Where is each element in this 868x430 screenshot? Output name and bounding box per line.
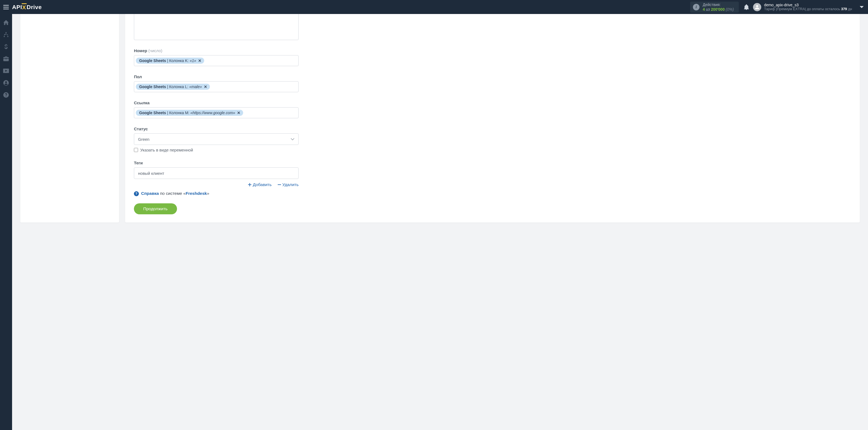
user-menu[interactable]: demo_apix-drive_s3 Тариф |Премиум EXTRA|… [753, 3, 866, 11]
number-token-value: «1» [190, 58, 196, 63]
remaining-days: 379 [841, 7, 847, 11]
add-tag-button[interactable]: Добавить [248, 182, 272, 187]
link-token-source: Google Sheets [139, 111, 166, 115]
help-row: ? Справка по системе «Freshdesk» [134, 191, 851, 196]
sidebar-help[interactable] [0, 90, 12, 100]
tags-input[interactable] [134, 167, 299, 179]
avatar [753, 3, 761, 11]
link-token-value: «https://www.google.com» [190, 111, 235, 115]
field-link: Ссылка Google Sheets | Колонка M: «https… [134, 100, 851, 118]
dollar-icon [4, 44, 8, 50]
help-icon: ? [134, 191, 139, 196]
user-name: demo_apix-drive_s3 [764, 3, 852, 7]
number-token-remove[interactable]: ✕ [198, 58, 202, 63]
sidebar-briefcase[interactable] [0, 54, 12, 64]
info-icon: i [693, 4, 700, 10]
user-text: demo_apix-drive_s3 Тариф |Премиум EXTRA|… [764, 3, 852, 11]
number-token-source: Google Sheets [139, 58, 166, 63]
question-circle-icon [3, 92, 9, 98]
gender-label: Пол [134, 74, 142, 79]
tags-label: Теги [134, 160, 143, 165]
sidebar-video[interactable] [0, 66, 12, 76]
status-variable-label: Указать в виде переменной [140, 148, 193, 152]
actions-limit: 200'000 [711, 7, 725, 11]
add-tag-label: Добавить [253, 182, 272, 187]
status-selected: Green [138, 137, 150, 142]
number-token[interactable]: Google Sheets | Колонка K: «1» ✕ [136, 58, 204, 64]
gender-token-column: | Колонка L: [167, 85, 188, 89]
sidebar-home[interactable] [0, 17, 12, 28]
actions-used: 4 [703, 7, 705, 11]
user-circle-icon [3, 80, 9, 86]
textarea-above[interactable] [134, 14, 299, 40]
help-system-link[interactable]: Freshdesk [186, 191, 207, 196]
actions-percent: (0%) [726, 7, 734, 11]
tags-row-actions: Добавить Удалить [134, 182, 299, 187]
sidebar-connections[interactable] [0, 29, 12, 40]
remaining-unit: дн [847, 7, 852, 11]
workspace: Номер (число) Google Sheets | Колонка K:… [12, 14, 868, 430]
status-label: Статус [134, 126, 148, 131]
sidebar-billing[interactable] [0, 41, 12, 52]
chevron-down-icon [290, 138, 294, 141]
logo-text-api: API [12, 4, 22, 10]
gender-input[interactable]: Google Sheets | Колонка L: «male» ✕ [134, 81, 299, 92]
actions-usage-panel[interactable]: i Действия: 4 из 200'000 (0%) [690, 2, 739, 12]
number-hint: (число) [149, 48, 162, 53]
actions-of: из [706, 7, 710, 11]
notifications-button[interactable] [742, 4, 751, 10]
user-menu-caret[interactable] [860, 6, 864, 8]
logo-text-drive: Drive [27, 4, 42, 10]
help-end: » [207, 191, 209, 196]
tariff-name: Премиум EXTRA [777, 7, 805, 11]
help-middle: по системе « [159, 191, 186, 196]
link-token[interactable]: Google Sheets | Колонка M: «https://www.… [136, 110, 243, 116]
link-token-remove[interactable]: ✕ [237, 111, 240, 115]
left-panel [20, 14, 119, 222]
user-icon [755, 5, 760, 10]
gender-token-source: Google Sheets [139, 85, 166, 89]
number-label: Номер [134, 48, 147, 53]
status-variable-checkbox[interactable] [134, 148, 138, 152]
actions-usage-text: Действия: 4 из 200'000 (0%) [703, 2, 734, 12]
sidebar [0, 14, 12, 430]
gender-token[interactable]: Google Sheets | Колонка L: «male» ✕ [136, 84, 210, 90]
status-select[interactable]: Green [134, 133, 299, 145]
field-number: Номер (число) Google Sheets | Колонка K:… [134, 48, 851, 66]
home-icon [3, 20, 9, 25]
remove-tag-label: Удалить [282, 182, 299, 187]
sidebar-account[interactable] [0, 78, 12, 88]
minus-icon [278, 184, 281, 185]
actions-title: Действия: [703, 2, 734, 7]
bell-icon [744, 4, 749, 10]
main-panel: Номер (число) Google Sheets | Колонка K:… [125, 14, 860, 222]
number-input[interactable]: Google Sheets | Колонка K: «1» ✕ [134, 55, 299, 66]
link-input[interactable]: Google Sheets | Колонка M: «https://www.… [134, 107, 299, 118]
link-label: Ссылка [134, 100, 150, 105]
field-status: Статус Green Указать в виде переменной [134, 126, 851, 152]
field-tags: Теги Добавить Удалить [134, 160, 851, 187]
remaining-prefix: до оплаты осталось [806, 7, 841, 11]
briefcase-icon [3, 56, 9, 61]
tariff-prefix: Тариф | [764, 7, 777, 11]
menu-toggle[interactable] [0, 0, 12, 14]
gender-token-value: «male» [189, 85, 202, 89]
plus-icon [248, 183, 251, 186]
logo[interactable]: API X Drive [12, 4, 42, 10]
field-gender: Пол Google Sheets | Колонка L: «male» ✕ [134, 74, 851, 92]
link-token-column: | Колонка M: [167, 111, 189, 115]
hamburger-icon [3, 5, 9, 9]
remove-tag-button[interactable]: Удалить [278, 182, 299, 187]
number-token-column: | Колонка K: [167, 58, 189, 63]
help-link[interactable]: Справка [141, 191, 159, 196]
topbar: API X Drive i Действия: 4 из 200'000 (0%… [0, 0, 868, 14]
chevron-down-icon [860, 6, 864, 8]
logo-text-x: X [22, 4, 26, 11]
status-variable-checkbox-row[interactable]: Указать в виде переменной [134, 148, 851, 152]
sitemap-icon [3, 32, 9, 37]
youtube-icon [3, 69, 9, 73]
continue-button[interactable]: Продолжить [134, 203, 177, 214]
gender-token-remove[interactable]: ✕ [204, 85, 207, 89]
